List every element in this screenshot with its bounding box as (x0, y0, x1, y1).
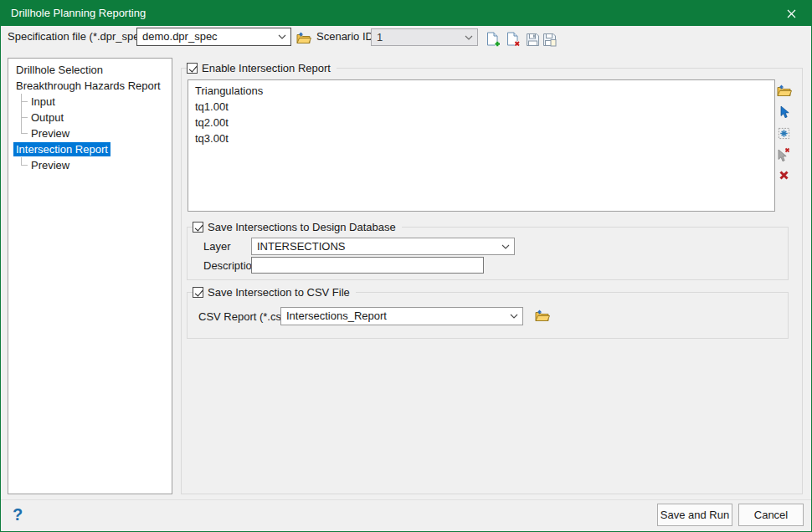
list-item[interactable]: tq2.00t (188, 115, 774, 130)
chevron-down-icon (465, 35, 473, 41)
description-input[interactable] (251, 257, 484, 274)
layer-label: Layer (203, 238, 231, 255)
footer-separator (1, 499, 811, 500)
scenario-id-combobox[interactable]: 1 (371, 28, 478, 46)
title-bar: Drillhole Planning Reporting (1, 1, 811, 26)
tree-item-preview-intersection[interactable]: Preview (8, 157, 172, 173)
tree-item-intersection-report[interactable]: Intersection Report (8, 141, 172, 157)
tree-item-output[interactable]: Output (8, 110, 172, 125)
enable-intersection-report-checkbox[interactable] (187, 63, 198, 74)
pick-cursor-icon (779, 105, 789, 119)
tree-connector (21, 102, 28, 110)
close-icon (787, 9, 796, 18)
help-button[interactable]: ? (13, 504, 23, 524)
tree-connector (21, 125, 28, 134)
unpick-button[interactable] (773, 145, 794, 163)
spec-file-label: Specification file (*.dpr_spec) (8, 28, 148, 46)
list-item[interactable]: tq3.00t (188, 130, 774, 146)
save-and-run-button[interactable]: Save and Run (657, 504, 732, 526)
csv-group-legend: Save Intersection to CSV File (193, 285, 356, 299)
enable-intersection-report-label: Enable Intersection Report (202, 62, 331, 74)
delete-scenario-button[interactable] (505, 31, 522, 47)
open-spec-folder-button[interactable] (295, 31, 312, 45)
chevron-down-icon (501, 244, 510, 250)
list-item[interactable]: tq1.00t (188, 99, 774, 115)
unpick-cursor-icon (777, 147, 790, 161)
save-csv-label: Save Intersection to CSV File (208, 286, 350, 299)
design-group-legend: Save Intersections to Design Database (193, 220, 402, 234)
save-as-icon (542, 33, 557, 47)
open-folder-icon (776, 84, 792, 98)
list-action-toolbar (773, 82, 798, 187)
window-title: Drillhole Planning Reporting (11, 1, 146, 26)
csv-report-value: Intersections_Report (286, 308, 506, 325)
pick-button[interactable] (773, 103, 794, 121)
enable-group-legend: Enable Intersection Report (187, 61, 337, 75)
pick-all-icon (778, 127, 790, 140)
open-folder-icon (296, 32, 311, 45)
save-scenario-button[interactable] (525, 32, 541, 47)
navigation-tree: Drillhole Selection Breakthrough Hazards… (8, 58, 172, 494)
save-icon (526, 33, 540, 47)
list-item[interactable]: Triangulations (188, 83, 774, 99)
chevron-down-icon (510, 314, 518, 320)
remove-button[interactable] (773, 166, 794, 184)
tree-item-breakthrough-hazards-report[interactable]: Breakthrough Hazards Report (8, 78, 172, 94)
save-csv-checkbox[interactable] (193, 287, 203, 298)
spec-file-value: demo.dpr_spec (142, 28, 274, 45)
save-design-database-checkbox[interactable] (193, 222, 203, 233)
save-design-database-group: Save Intersections to Design Database La… (187, 227, 789, 280)
save-design-database-label: Save Intersections to Design Database (208, 221, 396, 233)
scenario-id-value: 1 (377, 29, 460, 45)
tree-connector (21, 157, 28, 166)
layer-value: INTERSECTIONS (257, 238, 497, 255)
tree-connector (21, 94, 28, 102)
description-label: Description (203, 257, 258, 274)
csv-report-label: CSV Report (*.csv) (198, 308, 290, 325)
new-scenario-button[interactable] (485, 31, 501, 47)
remove-x-icon (779, 170, 789, 181)
tree-item-drillhole-selection[interactable]: Drillhole Selection (8, 62, 172, 78)
csv-open-folder-button[interactable] (532, 309, 551, 324)
enable-intersection-report-group: Enable Intersection Report Triangulation… (181, 68, 803, 494)
pick-all-button[interactable] (773, 124, 794, 142)
close-button[interactable] (774, 1, 808, 26)
tree-item-preview-hazards[interactable]: Preview (8, 125, 172, 141)
cancel-button[interactable]: Cancel (738, 504, 804, 526)
scenario-id-label: Scenario ID (316, 28, 373, 46)
tree-item-input[interactable]: Input (8, 94, 172, 110)
chevron-down-icon (278, 34, 286, 40)
tree-connector (21, 118, 28, 125)
open-folder-button[interactable] (773, 82, 794, 100)
save-scenario-copy-button[interactable] (542, 32, 558, 47)
tree-connector (21, 110, 28, 118)
delete-scenario-icon (506, 32, 521, 47)
save-csv-group: Save Intersection to CSV File CSV Report… (187, 292, 789, 339)
drillhole-planning-dialog: Drillhole Planning Reporting Specificati… (0, 0, 812, 532)
new-scenario-icon (486, 32, 501, 47)
open-folder-icon (534, 309, 550, 323)
triangulation-list[interactable]: Triangulations tq1.00t tq2.00t tq3.00t (188, 79, 775, 212)
csv-report-combobox[interactable]: Intersections_Report (280, 307, 523, 325)
spec-file-combobox[interactable]: demo.dpr_spec (136, 28, 291, 46)
layer-combobox[interactable]: INTERSECTIONS (251, 238, 515, 255)
